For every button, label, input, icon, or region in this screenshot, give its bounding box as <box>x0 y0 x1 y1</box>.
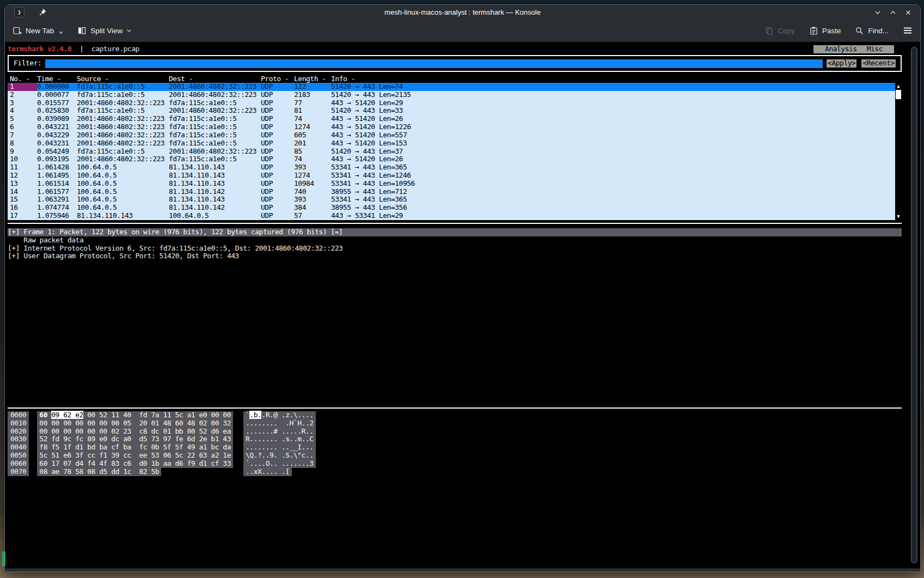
details-line[interactable]: Raw packet data <box>8 236 902 245</box>
termshark-tab-bar: Analysis Misc <box>813 45 894 53</box>
konsole-scrollbar-thumb[interactable] <box>911 47 917 563</box>
pane-divider[interactable] <box>8 223 902 224</box>
hex-row[interactable]: 00505c 51 e6 3f cc f1 39 cc ee 53 06 5c … <box>8 452 233 460</box>
hex-offset: 0040 <box>8 443 29 452</box>
hex-bytes[interactable]: 08 ae 78 58 08 d5 dd 1c 82 5b <box>37 468 161 476</box>
filter-input[interactable] <box>45 59 823 68</box>
hex-ascii[interactable]: ..xX.... .[ <box>243 468 292 476</box>
hex-bytes[interactable]: f8 f5 1f d1 bd ba cf ba fc 0b 5f 5f 49 a… <box>37 443 233 452</box>
maximize-button[interactable] <box>888 8 897 17</box>
packet-row[interactable]: 60.0432212001:4860:4802:32::223fd7a:115c… <box>8 123 895 131</box>
packet-cell: 51420 → 443 Len=74 <box>331 83 895 91</box>
packet-cell: 443 → 51420 Len=26 <box>331 155 895 163</box>
packet-row[interactable]: 151.063291100.64.0.581.134.110.143UDP393… <box>8 196 895 204</box>
menu-button[interactable] <box>903 27 913 34</box>
packet-row[interactable]: 40.025830fd7a:115c:a1e0::52001:4860:4802… <box>8 107 895 115</box>
packet-cell: 12 <box>10 172 37 180</box>
titlebar[interactable]: ❯ mesh-linux-macos-analyst : termshark —… <box>5 5 920 20</box>
scrollbar-thumb[interactable] <box>896 90 901 99</box>
details-line[interactable]: [+] User Datagram Protocol, Src Port: 51… <box>8 252 902 260</box>
new-tab-caret-icon[interactable] <box>59 31 63 34</box>
packet-row[interactable]: 80.0432312001:4860:4802:32::223fd7a:115c… <box>8 139 895 148</box>
packet-row[interactable]: 121.061495100.64.0.581.134.110.143UDP127… <box>8 172 895 180</box>
recent-button[interactable]: <Recent> <box>861 59 896 68</box>
minimize-button[interactable] <box>873 8 882 17</box>
packet-cell: fd7a:115c:a1e0::5 <box>169 139 261 148</box>
hex-byte-segment: f8 f5 1f d1 bd ba cf ba fc 0b 5f 5f 49 a… <box>39 443 231 451</box>
packet-cell: 81.134.110.143 <box>169 180 261 188</box>
hamburger-icon <box>903 27 913 34</box>
scroll-up-icon[interactable]: ▲ <box>895 83 902 89</box>
packet-row[interactable]: 30.0155772001:4860:4802:32::223fd7a:115c… <box>8 99 895 107</box>
packet-cell: 38955 → 443 Len=356 <box>331 204 895 212</box>
hex-byte-segment: 52 fd 9c fc 89 e0 dc a0 d5 73 97 fe 6d 2… <box>39 435 231 443</box>
hex-ascii[interactable]: \Q.?..9. .S.\"c.. <box>243 452 316 460</box>
hex-ascii[interactable]: ........ ..__I... <box>243 443 316 452</box>
find-button[interactable]: Find... <box>855 26 889 35</box>
packet-cell: 81 <box>294 107 331 115</box>
hex-bytes[interactable]: 00 00 00 00 00 00 02 23 c8 dc 01 bb 00 5… <box>37 428 233 436</box>
column-header[interactable]: Info - <box>331 75 895 83</box>
packet-list-scrollbar[interactable]: ▲ ▼ <box>895 83 902 220</box>
packet-cell: 0.025830 <box>37 107 77 115</box>
hex-row[interactable]: 000060 09 62 e2 00 52 11 40 fd 7a 11 5c … <box>8 411 233 419</box>
filter-label: Filter: <box>9 59 45 68</box>
packet-cell: 2001:4860:4802:32::223 <box>77 139 169 148</box>
packet-cell: 122 <box>294 83 331 91</box>
ascii-segment: .R.@ .z.\.... <box>261 411 313 419</box>
packet-cell: 57 <box>294 212 331 220</box>
packet-row[interactable]: 20.000077fd7a:115c:a1e0::52001:4860:4802… <box>8 91 895 99</box>
packet-cell: 100.64.0.5 <box>77 196 169 204</box>
tab-misc[interactable]: Misc <box>867 45 883 53</box>
column-header[interactable]: No. - <box>10 75 37 83</box>
packet-row[interactable]: 111.061428100.64.0.581.134.110.143UDP393… <box>8 163 895 172</box>
packet-row[interactable]: 131.061514100.64.0.581.134.110.143UDP109… <box>8 180 895 188</box>
packet-row[interactable]: 161.074774100.64.0.581.134.110.142UDP384… <box>8 204 895 212</box>
packet-cell: 1274 <box>294 172 331 180</box>
hex-row[interactable]: 003052 fd 9c fc 89 e0 dc a0 d5 73 97 fe … <box>8 435 233 443</box>
packet-row[interactable]: 141.061577100.64.0.581.134.110.142UDP740… <box>8 188 895 196</box>
hex-bytes[interactable]: 5c 51 e6 3f cc f1 39 cc ee 53 06 5c 22 6… <box>37 452 233 460</box>
pane-divider[interactable] <box>8 407 902 409</box>
terminal-area[interactable]: termshark v2.4.0 | capture.pcap Analysis… <box>5 42 920 568</box>
hex-ascii[interactable]: R....... .s..m..C <box>243 435 316 443</box>
konsole-scrollbar[interactable] <box>910 46 919 564</box>
hex-row[interactable]: 0040f8 f5 1f d1 bd ba cf ba fc 0b 5f 5f … <box>8 443 233 452</box>
hex-ascii[interactable]: `....O.. .......3 <box>243 460 316 468</box>
hex-row[interactable]: 006060 17 07 d4 f4 4f 83 c6 d0 1b aa d6 … <box>8 460 233 468</box>
paste-button[interactable]: Paste <box>809 26 841 35</box>
packet-cell: 4 <box>10 107 37 115</box>
split-view-caret-icon[interactable] <box>126 29 132 33</box>
hex-ascii[interactable]: `.b..R.@ .z.\.... <box>243 411 316 419</box>
hex-bytes[interactable]: 60 17 07 d4 f4 4f 83 c6 d0 1b aa d6 f9 d… <box>37 460 233 468</box>
pin-icon[interactable] <box>38 8 47 17</box>
packet-cell: 74 <box>294 155 331 163</box>
packet-row[interactable]: 90.054249fd7a:115c:a1e0::52001:4860:4802… <box>8 148 895 156</box>
packet-cell: 2001:4860:4802:32::223 <box>77 123 169 131</box>
packet-cell: 3 <box>10 99 37 107</box>
hex-row[interactable]: 001000 00 00 00 00 00 00 05 20 01 48 60 … <box>8 419 233 428</box>
packet-cell: 443 → 51420 Len=29 <box>331 99 895 107</box>
hex-ascii[interactable]: ........ .H`H..2 <box>243 419 316 428</box>
tab-analysis[interactable]: Analysis <box>825 45 857 53</box>
scroll-down-icon[interactable]: ▼ <box>895 213 902 220</box>
details-line[interactable]: [+] Internet Protocol Version 6, Src: fd… <box>8 245 902 253</box>
hex-bytes[interactable]: 52 fd 9c fc 89 e0 dc a0 d5 73 97 fe 6d 2… <box>37 435 233 443</box>
packet-row[interactable]: 50.0390892001:4860:4802:32::223fd7a:115c… <box>8 115 895 123</box>
hex-bytes[interactable]: 00 00 00 00 00 00 00 05 20 01 48 60 48 0… <box>37 419 233 428</box>
split-view-button[interactable]: Split View <box>77 26 132 35</box>
hex-row[interactable]: 007008 ae 78 58 08 d5 dd 1c 82 5b..xX...… <box>8 468 233 476</box>
packet-cell: 51420 → 443 Len=33 <box>331 107 895 115</box>
apply-button[interactable]: <Apply> <box>827 59 856 68</box>
hex-bytes[interactable]: 60 09 62 e2 00 52 11 40 fd 7a 11 5c a1 e… <box>37 411 233 419</box>
packet-row[interactable]: 100.0931952001:4860:4802:32::223fd7a:115… <box>8 155 895 163</box>
hex-row[interactable]: 002000 00 00 00 00 00 02 23 c8 dc 01 bb … <box>8 428 233 436</box>
terminal-cursor <box>2 551 5 566</box>
packet-row[interactable]: 70.0432292001:4860:4802:32::223fd7a:115c… <box>8 131 895 139</box>
close-button[interactable] <box>903 8 913 17</box>
new-tab-button[interactable]: New Tab <box>13 26 63 35</box>
details-line[interactable]: [+] Frame 1: Packet, 122 bytes on wire (… <box>8 228 902 236</box>
packet-row[interactable]: 171.07594681.134.110.143100.64.0.5UDP574… <box>8 212 895 220</box>
packet-row[interactable]: 10.000000fd7a:115c:a1e0::52001:4860:4802… <box>8 83 895 91</box>
hex-ascii[interactable]: .......# .....R.. <box>243 428 316 436</box>
